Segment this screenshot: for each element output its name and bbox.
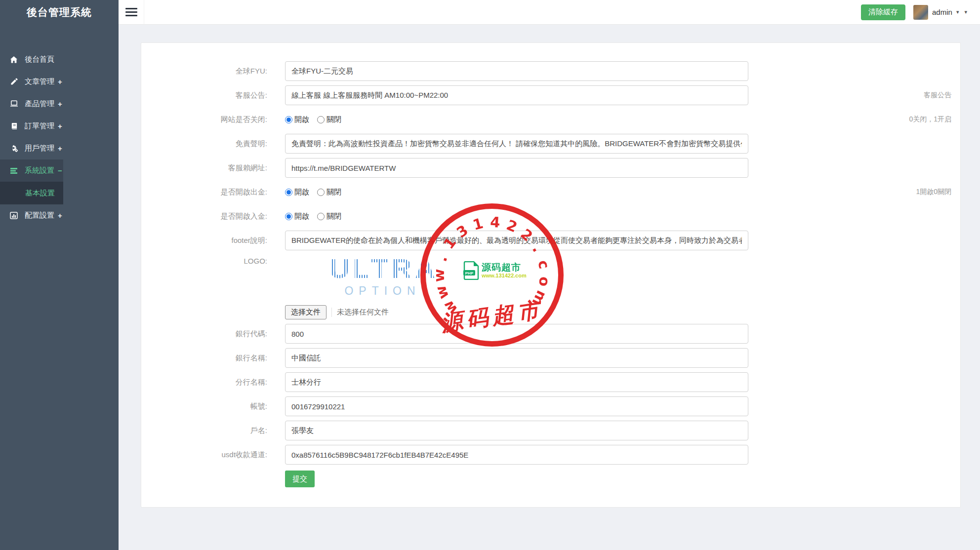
logo-preview: ULTRA OPTION: [285, 255, 748, 300]
chevron-down-icon: ▾ ▾: [956, 9, 969, 15]
form-row: 网站是否关闭: 開啟 關閉 0关闭，1开启: [141, 110, 951, 129]
field-label: 帳號:: [141, 402, 267, 411]
home-icon: [9, 56, 18, 64]
field-label: 分行名稱:: [141, 378, 267, 387]
account-holder-input[interactable]: [285, 421, 748, 440]
form-row: 銀行名稱:: [141, 348, 951, 368]
radio-closed[interactable]: [317, 116, 325, 123]
form-row: 免責聲明:: [141, 134, 951, 154]
sidebar-item-label: 後台首頁: [25, 55, 54, 64]
help-text: 1開啟0關閉: [748, 188, 951, 196]
withdraw-enable-radio-group: 開啟 關閉: [285, 188, 748, 197]
deposit-enable-radio-group: 開啟 關閉: [285, 212, 748, 221]
field-label: 是否開啟出金:: [141, 188, 267, 197]
app-title: 後台管理系統: [0, 0, 119, 25]
top-navbar: 清除緩存 admin ▾ ▾: [119, 0, 980, 25]
hamburger-icon: [125, 8, 137, 9]
topbar-right: 清除緩存 admin ▾ ▾: [861, 4, 980, 20]
settings-form-panel: 全球FYU: 客服公告: 客服公告 网站是否关闭: 開啟: [141, 42, 961, 508]
field-label: 免責聲明:: [141, 139, 267, 149]
field-label: usdt收款通道:: [141, 450, 267, 460]
sidebar-subitem-basic-settings[interactable]: 基本設置: [0, 182, 63, 204]
sidebar-item-label: 訂單管理: [25, 121, 54, 131]
form-row: 全球FYU:: [141, 61, 951, 81]
radio-closed[interactable]: [317, 189, 325, 196]
sidebar-subitem-label: 基本設置: [25, 189, 55, 198]
field-label: 戶名:: [141, 426, 267, 435]
sidebar-item-articles[interactable]: 文章管理 +: [0, 71, 63, 93]
form-row: 客服公告: 客服公告: [141, 85, 951, 105]
sidebar-item-system-settings[interactable]: 系統設置 −: [0, 159, 63, 182]
sidebar-item-label: 用戶管理: [25, 144, 54, 153]
service-line-url-input[interactable]: [285, 158, 748, 178]
footer-description-input[interactable]: [285, 231, 748, 250]
file-status-text: 未选择任何文件: [331, 308, 389, 317]
sidebar-item-label: 系統設置: [25, 166, 54, 175]
content-area: 全球FYU: 客服公告: 客服公告 网站是否关闭: 開啟: [119, 25, 980, 550]
sidebar-item-label: 產品管理: [25, 99, 54, 109]
bank-name-input[interactable]: [285, 348, 748, 368]
radio-open[interactable]: [285, 116, 292, 123]
ultra-logo-sub: OPTION: [329, 284, 436, 298]
help-text: 客服公告: [748, 91, 951, 100]
avatar: [913, 5, 928, 20]
account-number-input[interactable]: [285, 396, 748, 416]
sidebar: 後台管理系統 後台首頁 文章管理 + 產品管理: [0, 0, 119, 550]
field-label: footer說明:: [141, 236, 267, 245]
sidebar-item-label: 配置設置: [25, 211, 54, 220]
main-area: 清除緩存 admin ▾ ▾ 全球FYU: 客服公告:: [119, 0, 980, 550]
radio-open[interactable]: [285, 189, 292, 196]
field-label: 銀行代碼:: [141, 329, 267, 339]
form-row-logo: LOGO: ULTRA OPTION 选择文件 未选择任何文件: [141, 255, 951, 319]
choose-file-button[interactable]: 选择文件: [285, 305, 327, 319]
sidebar-item-products[interactable]: 產品管理 +: [0, 93, 63, 115]
field-label: 客服公告:: [141, 91, 267, 100]
form-row: usdt收款通道:: [141, 445, 951, 465]
form-row-submit: 提交: [141, 469, 951, 489]
clear-cache-button[interactable]: 清除緩存: [861, 4, 905, 20]
book-icon: [9, 122, 18, 130]
pencil-icon: [9, 78, 18, 86]
form-row: 分行名稱:: [141, 372, 951, 392]
field-label: 网站是否关闭:: [141, 115, 267, 124]
form-row: 戶名:: [141, 421, 951, 440]
sidebar-item-users[interactable]: 用戶管理 +: [0, 137, 63, 159]
help-text: 0关闭，1开启: [748, 115, 951, 124]
radio-open[interactable]: [285, 213, 292, 220]
form-row: 是否開啟入金: 開啟 關閉: [141, 206, 951, 226]
user-menu[interactable]: admin ▾ ▾: [913, 5, 969, 20]
sidebar-nav: 後台首頁 文章管理 + 產品管理 +: [0, 48, 119, 227]
sidebar-toggle-button[interactable]: [119, 0, 144, 25]
field-label: LOGO:: [141, 255, 267, 265]
username: admin: [932, 8, 952, 16]
usdt-channel-input[interactable]: [285, 445, 748, 465]
list-icon: [9, 167, 18, 175]
app-window: 後台管理系統 後台首頁 文章管理 + 產品管理: [0, 0, 980, 550]
form-row: footer說明:: [141, 231, 951, 250]
site-closed-radio-group: 開啟 關閉: [285, 115, 748, 124]
disclaimer-input[interactable]: [285, 134, 748, 154]
bank-code-input[interactable]: [285, 324, 748, 344]
field-label: 是否開啟入金:: [141, 212, 267, 221]
laptop-icon: [9, 100, 18, 108]
sidebar-item-home[interactable]: 後台首頁: [0, 48, 63, 71]
submit-button[interactable]: 提交: [285, 471, 315, 487]
branch-name-input[interactable]: [285, 372, 748, 392]
form-row: 客服賴網址:: [141, 158, 951, 178]
sidebar-item-orders[interactable]: 訂單管理 +: [0, 115, 63, 137]
ultra-logo: ULTRA: [329, 255, 748, 282]
cogs-icon: [9, 145, 18, 153]
field-label: 全球FYU:: [141, 67, 267, 76]
sidebar-item-config-settings[interactable]: 配置設置 +: [0, 204, 63, 227]
service-notice-input[interactable]: [285, 85, 748, 105]
field-label: 銀行名稱:: [141, 354, 267, 363]
chart-icon: [9, 212, 18, 220]
sidebar-item-label: 文章管理: [25, 77, 54, 86]
radio-closed[interactable]: [317, 213, 325, 220]
global-fyu-input[interactable]: [285, 61, 748, 81]
form-row: 帳號:: [141, 396, 951, 416]
field-label: 客服賴網址:: [141, 163, 267, 173]
form-row: 銀行代碼:: [141, 324, 951, 344]
form-row: 是否開啟出金: 開啟 關閉 1開啟0關閉: [141, 182, 951, 202]
